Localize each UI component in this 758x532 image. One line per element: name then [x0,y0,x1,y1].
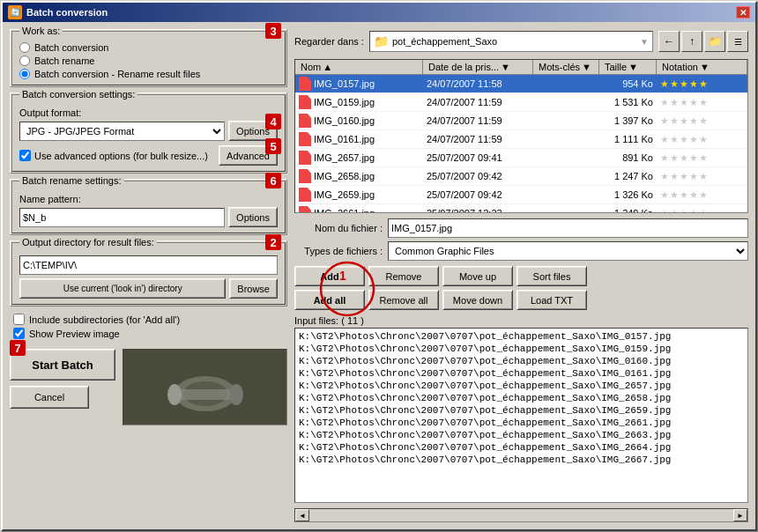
list-item[interactable]: K:\GT2\Photos\Chronc\2007\0707\pot_échap… [297,367,746,380]
star-icon: ★ [689,152,698,164]
use-advanced-checkbox[interactable] [19,150,31,161]
file-type-select[interactable]: Common Graphic Files [388,241,748,261]
load-txt-button[interactable]: Load TXT [516,290,587,310]
file-name-input[interactable] [388,218,748,238]
star-icon: ★ [680,189,688,201]
options-button-rename[interactable]: Options [228,207,278,227]
list-item[interactable]: K:\GT2\Photos\Chronc\2007\0707\pot_échap… [297,355,746,367]
show-preview-checkbox[interactable] [13,328,25,339]
use-current-dir-button[interactable]: Use current ('look in') directory [19,278,226,299]
browse-button[interactable]: Browse [229,278,278,299]
star-icon: ★ [660,97,669,108]
list-item[interactable]: K:\GT2\Photos\Chronc\2007\0707\pot_échap… [297,330,746,343]
file-notation: ★★★★★ [657,78,747,91]
add-all-button[interactable]: Add all [294,290,365,310]
move-down-button[interactable]: Move down [442,290,513,310]
file-name: IMG_2657.jpg [314,152,375,163]
file-notation: ★★★★★ [657,133,747,146]
annotation-3: 3 [265,23,281,39]
start-batch-button[interactable]: Start Batch [10,349,115,381]
title-bar-left: 🔄 Batch conversion [8,5,108,19]
move-up-button[interactable]: Move up [442,266,513,286]
file-icon [299,169,311,183]
include-subdirs-row[interactable]: Include subdirectories (for 'Add all') [13,314,284,325]
bottom-section: 7 Start Batch Cancel [10,349,287,522]
list-item[interactable]: K:\GT2\Photos\Chronc\2007\0707\pot_échap… [297,441,746,454]
file-icon [299,114,311,128]
table-row[interactable]: IMG_0157.jpg24/07/2007 11:58954 Ko★★★★★ [295,75,747,93]
input-files-list[interactable]: K:\GT2\Photos\Chronc\2007\0707\pot_échap… [294,328,748,503]
file-type-row: Types de fichiers : Common Graphic Files [294,241,748,261]
include-subdirs-checkbox[interactable] [13,314,25,325]
output-path-input[interactable] [19,255,278,275]
star-icon: ★ [699,134,708,145]
star-icon: ★ [670,208,679,213]
star-icon: ★ [680,171,688,182]
list-item[interactable]: K:\GT2\Photos\Chronc\2007\0707\pot_échap… [297,380,746,392]
horizontal-scrollbar[interactable]: ◄ ► [294,508,748,522]
radio-batch-rename-input[interactable] [19,55,30,66]
remove-all-button[interactable]: Remove all [368,290,439,310]
show-preview-row[interactable]: Show Preview image [13,328,284,339]
star-icon: ★ [699,189,708,201]
col-taille[interactable]: Taille ▼ [599,60,657,74]
scroll-right-button[interactable]: ► [733,509,747,521]
list-item[interactable]: K:\GT2\Photos\Chronc\2007\0707\pot_échap… [297,417,746,429]
list-item[interactable]: K:\GT2\Photos\Chronc\2007\0707\pot_échap… [297,404,746,417]
table-row[interactable]: IMG_2659.jpg25/07/2007 09:421 326 Ko★★★★… [295,186,747,204]
star-icon: ★ [689,115,698,127]
remove-button[interactable]: Remove [368,266,439,286]
file-icon [299,188,311,202]
file-mots [533,101,599,103]
bottom-action-row: Add all Remove all Move down Load TXT [294,290,748,310]
table-row[interactable]: IMG_0161.jpg24/07/2007 11:591 111 Ko★★★★… [295,130,747,149]
list-item[interactable]: K:\GT2\Photos\Chronc\2007\0707\pot_échap… [297,454,746,466]
sort-files-button[interactable]: Sort files [516,266,587,286]
folder-name: pot_échappement_Saxo [392,36,497,47]
work-as-label: Work as: [19,26,63,36]
right-panel: Regarder dans : 📁 pot_échappement_Saxo ▼… [294,29,748,522]
col-nom[interactable]: Nom ▲ [295,60,423,74]
nav-view-button[interactable]: ☰ [727,31,748,52]
radio-batch-conversion-input[interactable] [19,42,30,53]
file-icon [299,77,311,91]
table-row[interactable]: IMG_2661.jpg25/07/2007 12:231 349 Ko★★★★… [295,204,747,212]
close-button[interactable]: ✕ [736,6,750,18]
star-icon: ★ [689,189,698,201]
look-in-label: Regarder dans : [294,36,364,47]
table-row[interactable]: IMG_2658.jpg25/07/2007 09:421 247 Ko★★★★… [295,167,747,186]
scroll-left-button[interactable]: ◄ [295,509,309,521]
list-item[interactable]: K:\GT2\Photos\Chronc\2007\0707\pot_échap… [297,429,746,441]
file-date: 25/07/2007 12:23 [423,207,533,212]
table-row[interactable]: IMG_2657.jpg25/07/2007 09:41891 Ko★★★★★ [295,149,747,167]
list-item[interactable]: K:\GT2\Photos\Chronc\2007\0707\pot_échap… [297,392,746,404]
window-title: Batch conversion [26,7,108,18]
radio-batch-conversion[interactable]: Batch conversion [19,42,278,53]
file-notation: ★★★★★ [657,188,747,202]
output-format-select[interactable]: JPG - JPG/JPEG Format [19,122,225,141]
col-mots[interactable]: Mots-clés ▼ [533,60,599,74]
file-mots [533,138,599,140]
nav-up-button[interactable]: ↑ [681,31,702,52]
star-icon: ★ [670,134,679,145]
radio-batch-conversion-rename[interactable]: Batch conversion - Rename result files [19,69,278,79]
star-icon: ★ [660,78,669,90]
nav-new-folder-button[interactable]: 📁 [704,31,725,52]
table-row[interactable]: IMG_0159.jpg24/07/2007 11:591 531 Ko★★★★… [295,93,747,112]
star-icon: ★ [680,115,688,127]
nav-back-button[interactable]: ← [658,31,680,52]
col-notation[interactable]: Notation ▼ [657,60,747,74]
list-item[interactable]: K:\GT2\Photos\Chronc\2007\0707\pot_échap… [297,343,746,355]
radio-batch-conv-rename-input[interactable] [19,69,30,79]
name-pattern-input[interactable] [19,208,225,227]
cancel-button[interactable]: Cancel [10,386,89,409]
table-row[interactable]: IMG_0160.jpg24/07/2007 11:591 397 Ko★★★★… [295,112,747,130]
star-icon: ★ [689,208,698,213]
add-button[interactable]: Add [294,266,365,286]
annotation-2: 2 [265,234,281,250]
folder-path: 📁 pot_échappement_Saxo ▼ [369,31,653,52]
use-advanced-label: Use advanced options (for bulk resize...… [34,151,215,161]
radio-batch-rename[interactable]: Batch rename [19,55,278,66]
file-date: 25/07/2007 09:42 [423,170,533,182]
col-date[interactable]: Date de la pris... ▼ [423,60,533,74]
